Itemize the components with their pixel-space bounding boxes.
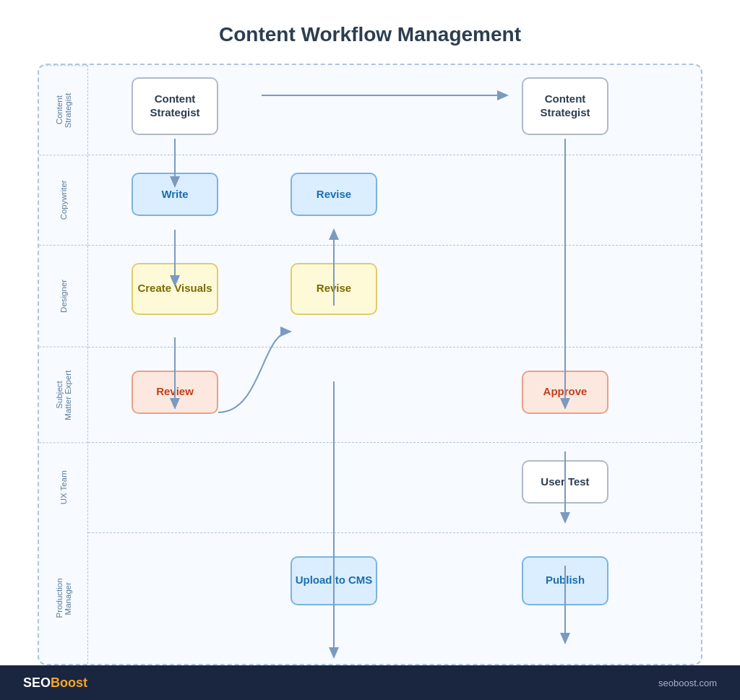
node-content-strategist-2: Content Strategist — [522, 77, 608, 135]
swimlane-labels: ContentStrategist Copywriter Designer Su… — [39, 65, 88, 664]
node-user-test: User Test — [522, 460, 608, 504]
lane-label-designer: Designer — [39, 245, 87, 347]
node-approve: Approve — [522, 371, 608, 414]
lane-label-ux: UX Team — [39, 442, 87, 532]
brand-boost: Boost — [51, 675, 87, 690]
node-revise-visuals: Revise — [291, 263, 377, 315]
brand-seo: SEO — [23, 675, 51, 690]
lane-label-sme: SubjectMatter Expert — [39, 347, 87, 443]
footer-brand: SEOBoost — [23, 675, 87, 691]
node-upload-cms: Upload to CMS — [291, 556, 377, 605]
footer-url: seoboost.com — [658, 678, 717, 688]
lane-sep-1 — [88, 155, 701, 155]
node-revise-copy: Revise — [291, 173, 377, 216]
lane-label-content-strategist: ContentStrategist — [39, 65, 87, 155]
lane-sep-3 — [88, 347, 701, 347]
lane-label-production: ProductionManager — [39, 532, 87, 664]
diagram-main: Content Strategist Write Revise Create V… — [88, 65, 701, 664]
lane-sep-2 — [88, 245, 701, 246]
node-create-visuals: Create Visuals — [132, 263, 218, 315]
node-review: Review — [132, 371, 218, 414]
lane-label-copywriter: Copywriter — [39, 155, 87, 244]
node-publish: Publish — [522, 556, 608, 605]
lane-sep-5 — [88, 532, 701, 533]
node-content-strategist-1: Content Strategist — [132, 77, 218, 135]
diagram-container: ContentStrategist Copywriter Designer Su… — [38, 64, 702, 665]
footer: SEOBoost seoboost.com — [0, 665, 740, 700]
page-title: Content Workflow Management — [219, 23, 521, 46]
lane-sep-4 — [88, 442, 701, 443]
node-write: Write — [132, 173, 218, 216]
